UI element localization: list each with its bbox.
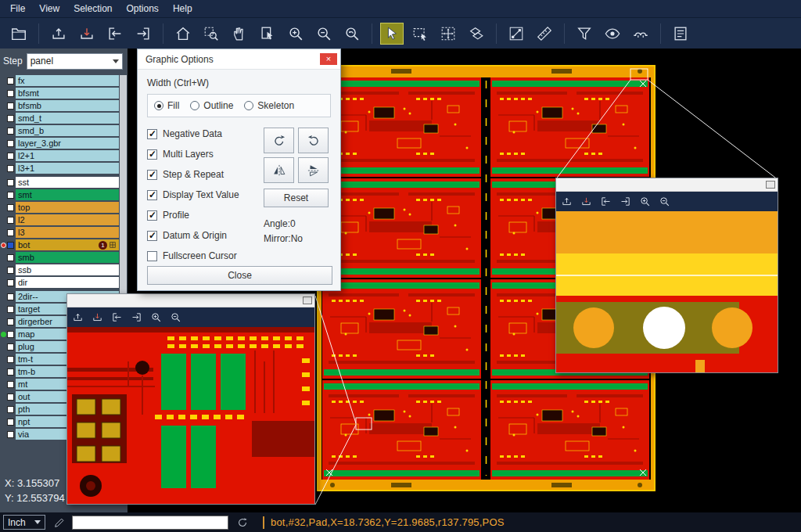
ruler-tool-button[interactable] (533, 23, 556, 45)
tray-down-tool-button[interactable] (92, 311, 103, 323)
home-tool-button[interactable] (171, 23, 195, 45)
layer-name[interactable]: smd_b (16, 125, 119, 136)
checkbox-box[interactable] (147, 129, 157, 139)
layer-visibility-checkbox[interactable] (7, 242, 14, 249)
layer-visibility-checkbox[interactable] (7, 204, 14, 211)
report-tool-button[interactable] (669, 23, 692, 45)
layer-visibility-checkbox[interactable] (7, 356, 14, 363)
command-input[interactable] (72, 516, 228, 530)
zoom-in-tool-button[interactable] (150, 311, 162, 323)
layer-row-dir[interactable]: dir (0, 277, 119, 288)
layer-row-smd_b[interactable]: smd_b (0, 125, 119, 136)
unit-select[interactable]: Inch (3, 515, 45, 530)
tray-up-tool-button[interactable] (47, 23, 70, 45)
doc-select-tool-button[interactable] (256, 23, 279, 45)
layer-visibility-checkbox[interactable] (7, 77, 14, 84)
checkbox-box[interactable] (147, 170, 157, 180)
filter-tool-button[interactable] (573, 23, 596, 45)
layer-name[interactable]: top (16, 202, 119, 213)
layer-name[interactable]: l2 (16, 214, 119, 225)
layer-name[interactable]: l3 (16, 227, 119, 238)
layer-row-l2+1[interactable]: l2+1 (0, 150, 119, 161)
tray-up-tool-button[interactable] (561, 196, 573, 207)
layer-name[interactable]: l2+1 (16, 150, 119, 161)
zoom-in-tool-button[interactable] (284, 23, 307, 45)
layer-name[interactable]: ssb (16, 264, 119, 275)
layer-row-smd_t[interactable]: smd_t (0, 113, 119, 124)
zoom-out-tool-button[interactable] (170, 311, 181, 323)
rotate-ccw-button[interactable] (298, 128, 329, 153)
pan-hand-tool-button[interactable] (228, 23, 251, 45)
magnifier-window-2[interactable] (555, 178, 778, 373)
checkbox-datum-origin[interactable]: Datum & Origin (147, 225, 264, 246)
radio-outline[interactable]: Outline (190, 100, 233, 111)
tray-down-tool-button[interactable] (580, 196, 592, 207)
layer-name[interactable]: dir (16, 277, 119, 288)
layer-name[interactable]: smd_t (16, 113, 119, 124)
layer-visibility-checkbox[interactable] (7, 217, 14, 224)
zoom-out-tool-button[interactable] (659, 196, 670, 207)
menu-file[interactable]: File (3, 2, 32, 16)
layer-row-l3+1[interactable]: l3+1 (0, 163, 119, 174)
checkbox-box[interactable] (147, 190, 157, 200)
layer-visibility-checkbox[interactable] (7, 331, 14, 338)
layer-visibility-checkbox[interactable] (7, 394, 14, 401)
layer-row-ssb[interactable]: ssb (0, 264, 119, 275)
layer-visibility-checkbox[interactable] (7, 128, 14, 135)
mirror-vertical-button[interactable] (264, 157, 294, 183)
mirror-horizontal-button[interactable] (298, 157, 329, 183)
door-in-tool-button[interactable] (111, 311, 123, 323)
menu-help[interactable]: Help (166, 2, 199, 16)
reset-button[interactable]: Reset (264, 189, 329, 207)
layer-visibility-checkbox[interactable] (7, 318, 14, 325)
layer-visibility-checkbox[interactable] (7, 165, 14, 172)
layer-name[interactable]: smt (16, 189, 119, 200)
checkbox-negative-data[interactable]: Negative Data (147, 124, 264, 144)
magnifier-1-view[interactable] (67, 327, 314, 507)
magnifier-2-view[interactable] (556, 211, 778, 376)
checkbox-multi-layers[interactable]: Multi Layers (147, 144, 264, 164)
coil-search-tool-button[interactable] (629, 23, 652, 45)
layer-name[interactable]: fx (16, 75, 119, 86)
checkbox-box[interactable] (147, 149, 157, 160)
layer-row-layer_3.gbr[interactable]: layer_3.gbr (0, 138, 119, 149)
layer-name[interactable]: sst (16, 177, 119, 188)
close-icon[interactable]: × (320, 53, 337, 65)
cursor-select-tool-button[interactable] (380, 23, 404, 45)
popup-restore-button[interactable] (303, 297, 312, 304)
magnifier-2-titlebar[interactable] (556, 178, 778, 192)
layer-row-bfsmb[interactable]: bfsmb (0, 100, 119, 111)
zoom-out-tool-button[interactable] (312, 23, 336, 45)
checkbox-box[interactable] (147, 231, 157, 241)
menu-selection[interactable]: Selection (66, 2, 119, 16)
layer-row-bot[interactable]: bot1 (0, 239, 119, 250)
layer-row-smb[interactable]: smb (0, 252, 119, 263)
door-in-tool-button[interactable] (103, 23, 127, 45)
checkbox-box[interactable] (147, 251, 157, 261)
menu-view[interactable]: View (32, 2, 66, 16)
radio-circle[interactable] (154, 101, 163, 110)
layer-visibility-checkbox[interactable] (7, 267, 14, 274)
layer-visibility-checkbox[interactable] (7, 229, 14, 236)
rect-select-tool-button[interactable] (408, 23, 432, 45)
checkbox-fullscreen-cursor[interactable]: Fullscreen Cursor (147, 246, 264, 266)
radio-skeleton[interactable]: Skeleton (244, 100, 294, 111)
layer-row-l2[interactable]: l2 (0, 214, 119, 225)
layer-visibility-checkbox[interactable] (7, 153, 14, 160)
checkbox-step-repeat[interactable]: Step & Repeat (147, 164, 264, 185)
layer-name[interactable]: l3+1 (16, 163, 119, 174)
layer-visibility-checkbox[interactable] (7, 293, 14, 300)
zoom-in-tool-button[interactable] (639, 196, 651, 207)
layer-name[interactable]: bfsmb (16, 100, 119, 111)
layer-visibility-checkbox[interactable] (7, 254, 14, 261)
layer-row-top[interactable]: top (0, 202, 119, 213)
layer-visibility-checkbox[interactable] (7, 279, 14, 286)
layer-visibility-checkbox[interactable] (7, 343, 14, 350)
layer-name[interactable]: smb (16, 252, 119, 263)
zoom-region-tool-button[interactable] (199, 23, 223, 45)
dialog-titlebar[interactable]: Graphic Options × (138, 49, 340, 70)
layer-visibility-checkbox[interactable] (7, 419, 14, 426)
step-select[interactable]: panel (27, 53, 123, 70)
popup-restore-button[interactable] (766, 181, 775, 189)
layer-visibility-checkbox[interactable] (7, 368, 14, 376)
